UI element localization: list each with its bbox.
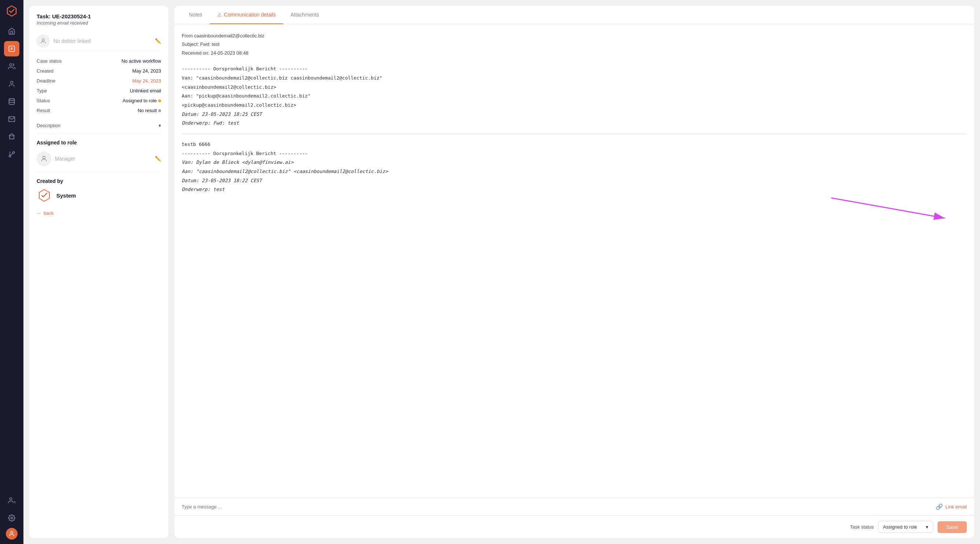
created-label: Created [37,66,73,76]
tab-notes-label: Notes [189,12,202,18]
sidebar-item-home[interactable] [4,24,19,39]
divider-2 [37,172,161,172]
email-line-5: <pickup@caasinboundemail2.collectic.biz> [181,101,967,110]
email-body-2: testb 6666 ---------- Oorspronkelijk Ber… [181,140,967,194]
role-label: Manager [55,156,151,162]
created-value: May 24, 2023 [73,66,161,76]
email-line-1: ---------- Oorspronkelijk Bericht ------… [181,64,967,74]
email-line-7: Onderwerp: Fwd: test [181,119,967,128]
sidebar-item-settings[interactable] [4,510,19,526]
save-button[interactable]: Save [937,521,967,533]
user-avatar[interactable] [6,528,18,539]
email-divider [181,134,967,134]
email-line-12: Datum: 23-05-2023 18:22 CEST [181,176,967,185]
svg-point-3 [9,99,15,101]
svg-point-5 [11,517,13,519]
task-title: Task: UE-20230524-1 [37,13,161,19]
status-badge: Assigned to role [123,98,161,104]
email-line-6: Datum: 23-05-2023 18:25 CEST [181,110,967,119]
arrow-annotation [181,202,967,223]
email-line-8: testb 6666 [181,140,967,149]
result-badge: No result [138,108,161,113]
edit-debtor-icon[interactable]: ✏️ [155,38,161,44]
deadline-label: Deadline [37,76,73,86]
back-button[interactable]: ← back [37,211,54,216]
svg-point-6 [11,531,13,533]
svg-point-1 [10,64,12,66]
sidebar-item-email[interactable] [4,112,19,127]
case-status-label: Case status [37,56,73,66]
tab-attachments[interactable]: Attachments [283,6,326,24]
role-icon [37,152,51,166]
sidebar-item-tasks[interactable] [4,41,19,56]
back-label: back [44,211,54,216]
email-line-13: Onderwerp: test [181,185,967,194]
svg-point-7 [42,39,44,41]
created-by-name: System [56,193,76,199]
main-content: Task: UE-20230524-1 Incoming email recei… [24,0,980,544]
sidebar-item-database[interactable] [4,94,19,109]
result-dot [158,109,161,112]
email-line-3: <caasinboundemail2@collectic.biz> [181,83,967,92]
email-line-10: Van: Dylan de Blieck <dylan@finview.ai> [181,158,967,167]
sidebar-item-people[interactable] [4,59,19,74]
warning-icon: ⚠ [217,12,222,18]
assigned-role-title: Assigned to role [37,140,161,145]
message-input[interactable] [181,504,932,509]
tab-notes[interactable]: Notes [181,6,210,24]
email-line-9: ---------- Oorspronkelijk Bericht ------… [181,149,967,158]
message-area: 🔗 Link email [174,498,974,515]
email-body-1: ---------- Oorspronkelijk Bericht ------… [181,64,967,128]
result-label: Result [37,105,73,115]
sidebar-item-branch[interactable] [4,147,19,162]
svg-line-13 [831,198,945,218]
description-chevron-icon[interactable]: ▾ [159,123,161,128]
status-dropdown-value: Assigned to role [883,524,917,530]
email-content: From caasinboundemail2@collectic.biz Sub… [174,24,974,498]
type-label: Type [37,86,73,96]
svg-point-10 [43,156,45,159]
created-logo [37,188,52,203]
right-panel: Notes ⚠ Communication details Attachment… [174,6,974,538]
tab-bar: Notes ⚠ Communication details Attachment… [174,6,974,24]
app-logo[interactable] [5,5,18,18]
created-by-title: Created by [37,178,161,184]
sidebar-item-contact[interactable] [4,76,19,92]
tab-communication-label: Communication details [224,12,276,18]
sidebar [0,0,24,544]
tab-communication[interactable]: ⚠ Communication details [210,6,283,24]
link-icon: 🔗 [936,503,943,510]
status-dot [158,99,161,102]
status-label: Status [37,96,73,105]
task-subtitle: Incoming email received [37,20,161,26]
back-arrow-icon: ← [37,211,41,216]
edit-role-icon[interactable]: ✏️ [155,156,161,162]
sidebar-item-team[interactable] [4,493,19,508]
right-footer: Task status Assigned to role ▾ Save [174,515,974,538]
result-value: No result [73,105,161,115]
description-row: Description ▾ [37,121,161,130]
sidebar-item-bank[interactable] [4,129,19,144]
email-subject: Subject: Fwd: test [181,40,967,48]
status-text: Assigned to role [123,98,157,104]
debtor-label: No debtor linked [54,38,151,44]
type-value: Unlinked email [73,86,161,96]
annotation-arrow [820,194,967,223]
email-from: From caasinboundemail2@collectic.biz [181,32,967,40]
link-email-button[interactable]: 🔗 Link email [936,503,967,510]
email-meta: From caasinboundemail2@collectic.biz Sub… [181,32,967,57]
debtor-icon [37,35,50,48]
email-received: Received on: 24-05-2023 08:48 [181,49,967,57]
case-status-value: No active workflow [73,56,161,66]
svg-point-2 [11,81,13,84]
status-dropdown[interactable]: Assigned to role ▾ [878,521,933,533]
left-panel: Task: UE-20230524-1 Incoming email recei… [29,6,169,538]
debtor-row: No debtor linked ✏️ [37,32,161,51]
email-line-4: Aan: "pickup@caasinboundemail2.collectic… [181,92,967,101]
tab-attachments-label: Attachments [290,12,319,18]
case-info-table: Case status No active workflow Created M… [37,56,161,115]
created-by-row: System [37,188,161,203]
chevron-down-icon: ▾ [926,524,928,530]
svg-point-4 [10,498,12,500]
deadline-value: May 24, 2023 [73,76,161,86]
